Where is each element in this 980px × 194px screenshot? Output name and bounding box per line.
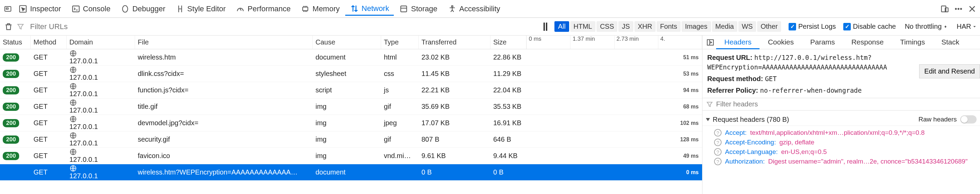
tab-console-label: Console — [83, 5, 111, 13]
filter-urls-input[interactable] — [27, 21, 110, 33]
devtools-toolbar: Inspector Console Debugger Style Editor … — [0, 0, 980, 18]
filter-chip-html[interactable]: HTML — [570, 21, 595, 32]
help-icon[interactable]: ? — [714, 129, 722, 136]
filter-chip-fonts[interactable]: Fonts — [657, 21, 681, 32]
request-headers-section[interactable]: Request headers (780 B) Raw headers — [702, 113, 980, 126]
detail-tab-headers[interactable]: Headers — [716, 36, 759, 49]
filter-chip-css[interactable]: CSS — [597, 21, 617, 32]
help-icon[interactable]: ? — [714, 158, 722, 165]
tab-memory[interactable]: Memory — [296, 2, 344, 15]
status-badge: 200 — [3, 152, 19, 160]
col-type[interactable]: Type — [381, 35, 419, 49]
help-icon[interactable]: ? — [714, 148, 722, 156]
tab-style-editor[interactable]: Style Editor — [171, 2, 231, 15]
twisty-down-icon — [706, 118, 710, 121]
header-row: ?Accept: text/html,application/xhtml+xm…… — [707, 128, 975, 138]
edit-resend-button[interactable]: Edit and Resend — [919, 64, 980, 79]
raw-headers-label: Raw headers — [918, 115, 957, 123]
ref-policy-label: Referrer Policy: — [707, 87, 758, 94]
raw-headers-toggle[interactable] — [960, 115, 977, 123]
help-icon[interactable]: ? — [714, 139, 722, 146]
tab-storage-label: Storage — [411, 5, 437, 13]
detail-tab-stack[interactable]: Stack — [933, 36, 968, 49]
tab-accessibility-label: Accessibility — [460, 5, 500, 13]
status-badge: 200 — [3, 86, 19, 95]
detail-tab-timings[interactable]: Timings — [892, 36, 933, 49]
table-row[interactable]: 200GET127.0.0.1security.gifimggif807 B64… — [0, 131, 702, 148]
svg-point-7 — [451, 5, 453, 7]
iframe-picker-icon[interactable] — [3, 4, 13, 14]
req-method-value: GET — [765, 75, 776, 82]
tab-style-editor-label: Style Editor — [187, 5, 226, 13]
filter-chip-all[interactable]: All — [554, 21, 569, 32]
detail-tab-response[interactable]: Response — [843, 36, 892, 49]
tab-console[interactable]: Console — [67, 2, 116, 15]
detail-tab-cookies[interactable]: Cookies — [759, 36, 802, 49]
tab-network[interactable]: Network — [345, 2, 394, 16]
status-badge: 200 — [3, 103, 19, 111]
detail-tabs: HeadersCookiesParamsResponseTimingsStack — [702, 35, 980, 49]
filter-chip-other[interactable]: Other — [757, 21, 781, 32]
tab-memory-label: Memory — [312, 5, 339, 13]
persist-logs-checkbox[interactable]: ✓Persist Logs — [789, 22, 836, 30]
tab-debugger-label: Debugger — [132, 5, 165, 13]
svg-point-4 — [123, 5, 128, 12]
col-file[interactable]: File — [135, 35, 313, 49]
table-row[interactable]: 200GET127.0.0.1devmodel.jpg?cidx=imgjpeg… — [0, 115, 702, 131]
tab-inspector[interactable]: Inspector — [14, 2, 66, 15]
status-badge: 200 — [3, 70, 19, 78]
filter-chip-ws[interactable]: WS — [738, 21, 756, 32]
meatball-menu-icon[interactable] — [953, 4, 964, 14]
detail-tab-params[interactable]: Params — [802, 36, 843, 49]
type-filter-chips: AllHTMLCSSJSXHRFontsImagesMediaWSOther — [554, 21, 781, 32]
close-icon[interactable] — [967, 4, 977, 14]
tab-storage[interactable]: Storage — [395, 2, 442, 15]
filter-headers-input[interactable] — [716, 100, 802, 108]
pause-icon[interactable] — [544, 22, 547, 31]
toggle-panel-icon[interactable] — [705, 37, 716, 48]
col-status[interactable]: Status — [0, 35, 31, 49]
responsive-mode-icon[interactable] — [940, 4, 950, 14]
network-subtoolbar: AllHTMLCSSJSXHRFontsImagesMediaWSOther ✓… — [0, 18, 980, 35]
table-row[interactable]: 200GET127.0.0.1wireless.htmdocumenthtml2… — [0, 49, 702, 66]
table-row[interactable]: 200GET127.0.0.1dlink.css?cidx=stylesheet… — [0, 66, 702, 82]
filter-chip-xhr[interactable]: XHR — [635, 21, 655, 32]
status-badge: 200 — [3, 53, 19, 62]
status-badge: 200 — [3, 119, 19, 127]
requests-table: Status Method Domain File Cause Type Tra… — [0, 35, 702, 194]
header-row: ?Accept-Language: en-US,en;q=0.5 — [707, 147, 975, 157]
table-row[interactable]: GET127.0.0.1wireless.htm?WEPEncryption=A… — [0, 164, 702, 181]
table-row[interactable]: 200GET127.0.0.1favicon.icoimgvnd.mi…9.61… — [0, 148, 702, 164]
disable-cache-checkbox[interactable]: ✓Disable cache — [843, 22, 896, 30]
filter-icon — [706, 101, 713, 108]
header-row: ?Authorization: Digest username="admin",… — [707, 157, 975, 166]
table-row[interactable]: 200GET127.0.0.1title.gifimggif35.69 KB35… — [0, 99, 702, 115]
tab-accessibility[interactable]: Accessibility — [443, 2, 505, 15]
svg-rect-5 — [303, 7, 308, 11]
col-cause[interactable]: Cause — [313, 35, 381, 49]
col-waterfall[interactable]: 0 ms1.37 min2.73 min4. — [527, 35, 702, 49]
clear-icon[interactable] — [3, 22, 14, 32]
svg-rect-6 — [401, 6, 407, 12]
col-transferred[interactable]: Transferred — [419, 35, 490, 49]
request-headers-label: Request headers (780 B) — [713, 115, 789, 123]
req-url-label: Request URL: — [707, 54, 752, 61]
col-size[interactable]: Size — [490, 35, 527, 49]
tab-inspector-label: Inspector — [30, 5, 61, 13]
header-row: ?Accept-Encoding: gzip, deflate — [707, 138, 975, 147]
tab-debugger[interactable]: Debugger — [116, 2, 170, 15]
col-domain[interactable]: Domain — [67, 35, 135, 49]
throttling-select[interactable]: No throttling — [905, 22, 948, 30]
filter-chip-media[interactable]: Media — [712, 21, 737, 32]
har-menu[interactable]: HAR — [957, 22, 977, 30]
filter-icon — [16, 22, 25, 31]
svg-rect-1 — [6, 8, 8, 9]
table-row[interactable]: 200GET127.0.0.1function.js?cidx=scriptjs… — [0, 82, 702, 99]
tab-performance-label: Performance — [248, 5, 291, 13]
filter-chip-images[interactable]: Images — [682, 21, 711, 32]
tab-network-label: Network — [362, 4, 389, 13]
col-method[interactable]: Method — [31, 35, 67, 49]
ref-policy-value: no-referrer-when-downgrade — [760, 87, 862, 94]
tab-performance[interactable]: Performance — [231, 2, 295, 15]
filter-chip-js[interactable]: JS — [618, 21, 633, 32]
